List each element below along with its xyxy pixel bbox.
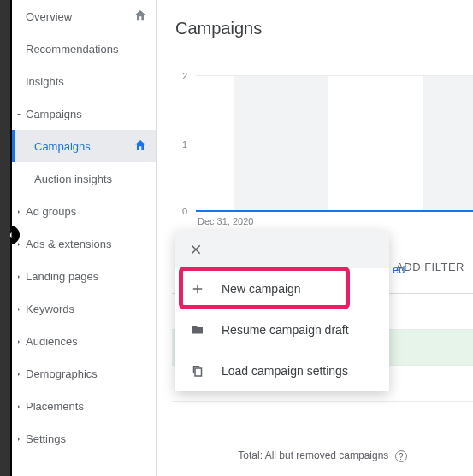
popup-item-load-campaign-settings[interactable]: Load campaign settings [175,350,389,391]
chart-series-line [196,210,473,212]
page-title: Campaigns [157,0,473,54]
chart-ytick: 0 [182,206,187,216]
sidebar-item-label: Audiences [26,335,147,348]
caret-icon [15,303,24,315]
chart-xlabel: Dec 31, 2020 [198,216,253,226]
chart-ytick: 2 [182,71,187,81]
sidebar-item-landing-pages[interactable]: Landing pages [12,260,156,292]
sidebar-item-insights[interactable]: Insights [12,65,156,97]
chart-gridline [196,75,473,76]
caret-icon [15,400,24,413]
sidebar-item-demographics[interactable]: Demographics [12,357,156,390]
sidebar-item-label: Keywords [26,303,147,315]
copy-icon [189,362,206,379]
caret-icon [15,270,24,283]
sidebar-item-label: Settings [26,432,147,445]
sidebar-item-recommendations[interactable]: Recommendations [12,32,156,65]
help-icon[interactable]: ? [395,450,407,462]
sidebar-item-keywords[interactable]: Keywords [12,292,156,325]
sidebar-item-label: Ads & extensions [26,238,147,250]
sidebar-item-ads-extensions[interactable]: Ads & extensions [12,227,156,260]
popup-header [175,231,389,268]
sidebar-item-overview[interactable]: Overview [12,0,156,32]
caret-icon [15,367,24,380]
sidebar-item-placements[interactable]: Placements [12,390,156,422]
plus-icon [189,280,206,297]
new-campaign-popup: New campaignResume campaign draftLoad ca… [175,231,389,391]
sidebar-item-label: Landing pages [26,270,147,283]
popup-item-new-campaign[interactable]: New campaign [175,268,389,309]
sidebar: OverviewRecommendationsInsightsCampaigns… [12,0,157,476]
sidebar-item-label: Campaigns [34,140,133,153]
sidebar-item-label: Demographics [26,367,147,380]
sidebar-item-label: Ad groups [26,205,147,218]
sidebar-item-audiences[interactable]: Audiences [12,325,156,357]
chart-weekend-band [234,75,328,210]
add-filter-button[interactable]: ADD FILTER [396,261,464,273]
sidebar-item-campaigns[interactable]: Campaigns [12,97,156,130]
folder-icon [189,321,206,338]
sidebar-item-campaigns[interactable]: Campaigns [12,130,156,162]
total-row: Total: All but removed campaigns ? [172,450,473,462]
caret-icon [15,335,24,348]
sidebar-item-label: Overview [26,10,133,23]
home-icon [133,9,147,25]
caret-icon [15,205,24,218]
popup-item-label: Load campaign settings [222,364,348,378]
sidebar-item-label: Recommendations [26,43,147,56]
sidebar-item-ad-groups[interactable]: Ad groups [12,195,156,227]
sidebar-item-label: Insights [26,75,147,88]
chart-weekend-band [423,75,473,210]
caret-icon [15,108,24,120]
total-row-label: Total: All but removed campaigns [238,450,388,461]
sidebar-item-label: Campaigns [26,108,147,120]
popup-item-label: Resume campaign draft [222,323,349,337]
caret-icon [15,432,24,445]
sidebar-item-settings[interactable]: Settings [12,422,156,455]
home-icon [133,138,147,155]
sidebar-item-label: Placements [26,400,147,413]
close-icon[interactable] [187,241,204,258]
collapse-sidebar-handle[interactable] [1,226,20,244]
chart-ytick: 1 [182,139,187,150]
popup-item-label: New campaign [222,282,301,296]
chart: 2 1 0 Dec 31, 2020 [157,54,473,225]
sidebar-item-label: Auction insights [34,173,147,185]
chart-gridline [196,144,473,144]
popup-item-resume-campaign-draft[interactable]: Resume campaign draft [175,309,389,350]
sidebar-item-auction-insights[interactable]: Auction insights [12,162,156,195]
